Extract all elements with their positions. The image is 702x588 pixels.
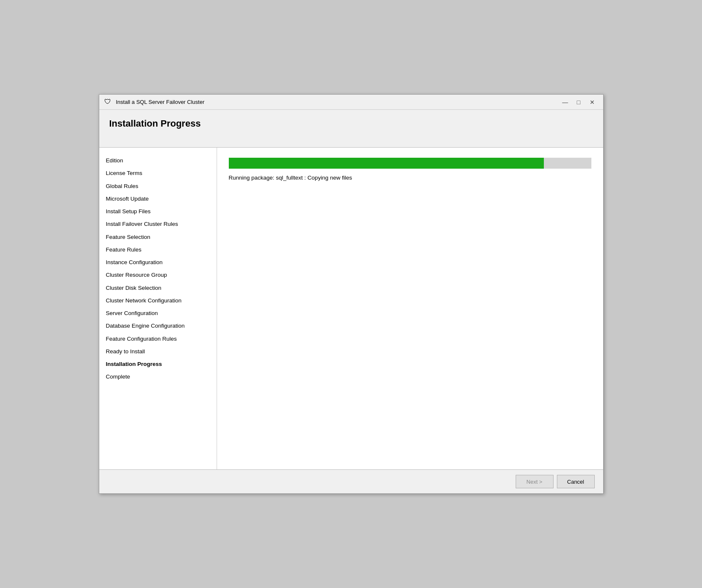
page-title: Installation Progress bbox=[109, 118, 593, 129]
sidebar-item: Global Rules bbox=[99, 180, 217, 193]
sidebar-item: Feature Selection bbox=[99, 231, 217, 244]
sidebar-item: Feature Configuration Rules bbox=[99, 333, 217, 345]
sidebar-item: Microsoft Update bbox=[99, 193, 217, 205]
sidebar-item: Installation Progress bbox=[99, 358, 217, 371]
sidebar-item: Cluster Network Configuration bbox=[99, 294, 217, 307]
main-content: Running package: sql_fulltext : Copying … bbox=[217, 148, 603, 469]
title-bar-left: 🛡 Install a SQL Server Failover Cluster bbox=[104, 98, 204, 106]
sidebar-item: Install Setup Files bbox=[99, 205, 217, 218]
next-button[interactable]: Next > bbox=[516, 475, 554, 488]
sidebar-item: Complete bbox=[99, 371, 217, 383]
main-window: 🛡 Install a SQL Server Failover Cluster … bbox=[99, 94, 604, 494]
title-bar: 🛡 Install a SQL Server Failover Cluster … bbox=[99, 95, 603, 110]
sidebar-item: Database Engine Configuration bbox=[99, 320, 217, 332]
sidebar-item: Cluster Disk Selection bbox=[99, 282, 217, 294]
title-bar-controls: — □ ✕ bbox=[559, 98, 598, 106]
close-button[interactable]: ✕ bbox=[586, 98, 598, 106]
maximize-button[interactable]: □ bbox=[573, 98, 585, 106]
window-title: Install a SQL Server Failover Cluster bbox=[116, 99, 204, 105]
sidebar-item: Install Failover Cluster Rules bbox=[99, 218, 217, 230]
sidebar-item: License Terms bbox=[99, 167, 217, 180]
progress-status-text: Running package: sql_fulltext : Copying … bbox=[229, 175, 591, 181]
minimize-button[interactable]: — bbox=[559, 98, 571, 106]
sidebar-item: Feature Rules bbox=[99, 244, 217, 256]
sidebar-item: Server Configuration bbox=[99, 307, 217, 320]
progress-bar-fill bbox=[229, 158, 544, 169]
header-section: Installation Progress bbox=[99, 110, 603, 148]
sidebar-item: Instance Configuration bbox=[99, 256, 217, 269]
content-area: EditionLicense TermsGlobal RulesMicrosof… bbox=[99, 148, 603, 469]
sidebar-item: Cluster Resource Group bbox=[99, 269, 217, 281]
sidebar-item: Ready to Install bbox=[99, 345, 217, 358]
app-icon: 🛡 bbox=[104, 98, 113, 106]
cancel-button[interactable]: Cancel bbox=[557, 475, 595, 488]
sidebar: EditionLicense TermsGlobal RulesMicrosof… bbox=[99, 148, 217, 469]
sidebar-item: Edition bbox=[99, 154, 217, 167]
footer: Next > Cancel bbox=[99, 469, 603, 493]
progress-bar-container bbox=[229, 158, 591, 169]
